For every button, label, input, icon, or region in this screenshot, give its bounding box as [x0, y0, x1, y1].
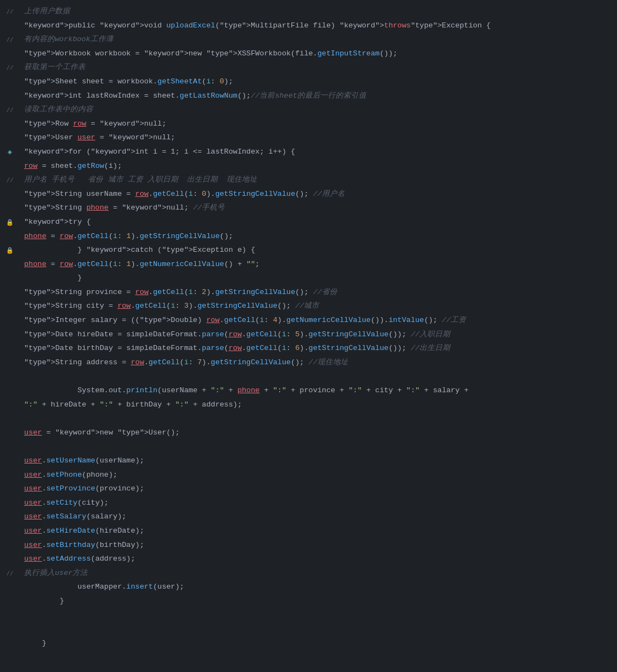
code-line-21: "type">String province = row.getCell(i: … [24, 285, 608, 300]
code-line-22: "type">String city = row.getCell(i: 3).g… [24, 299, 608, 313]
code-line-37: user.setSalary(salary); [24, 510, 608, 524]
code-line-6: "type">Sheet sheet = workbook.getSheetAt… [24, 75, 608, 89]
code-line-38: user.setHireDate(hireDate); [24, 524, 608, 538]
code-line-14: "type">String userName = row.getCell(i: … [24, 187, 608, 201]
gutter-icon-9 [0, 118, 20, 132]
gutter-icon-46 [0, 637, 20, 652]
code-line-27 [24, 369, 608, 383]
gutter-icon-13: // [0, 174, 20, 188]
gutter-icon-17 [0, 230, 20, 245]
code-line-29: ":" + hireDate + ":" + birthDay + ":" + … [24, 398, 608, 412]
code-line-46: } [24, 636, 608, 651]
code-line-25: "type">Date birthDay = simpleDateFormat.… [24, 341, 608, 355]
code-line-39: user.setBirthday(birthDay); [24, 538, 608, 552]
gutter-icon-43 [0, 595, 20, 609]
gutter-icon-5: // [0, 61, 20, 76]
code-line-31: user = "keyword">new "type">User(); [24, 426, 608, 440]
code-line-5: 获取第一个工作表 [24, 60, 608, 75]
gutter-icon-7 [0, 90, 20, 104]
gutter-icon-1: // [0, 5, 20, 20]
code-line-20: } [24, 271, 608, 285]
gutter-icon-2 [0, 20, 20, 34]
code-line-33: user.setUserName(userName); [24, 454, 608, 468]
gutter-icon-42 [0, 581, 20, 595]
gutter-icon-37 [0, 511, 20, 525]
code-line-3: 有内容的workbook工作薄 [24, 32, 608, 47]
gutter-icon-45 [0, 623, 20, 637]
code-line-32 [24, 439, 608, 454]
code-line-44 [24, 608, 608, 623]
code-line-18: } "keyword">catch ("type">Exception e) { [24, 243, 608, 257]
gutter-icon-28 [0, 385, 20, 399]
code-editor: ////////◈//🔒🔒// 上传用户数据 "keyword">public … [0, 0, 617, 672]
gutter-icon-39 [0, 539, 20, 554]
gutter-icon-12 [0, 160, 20, 174]
gutter-icon-15 [0, 202, 20, 216]
code-line-42: userMapper.insert(user); [24, 580, 608, 594]
gutter-icon-25 [0, 342, 20, 357]
code-line-11: "keyword">for ("keyword">int i = 1; i <=… [24, 145, 608, 159]
gutter-icon-44 [0, 609, 20, 624]
code-line-45 [24, 622, 608, 636]
gutter-icon-10 [0, 132, 20, 146]
gutter-icon-3: // [0, 33, 20, 48]
gutter-icon-34 [0, 469, 20, 483]
gutter-icon-41: // [0, 567, 20, 581]
gutter-icon-24 [0, 329, 20, 343]
gutter-icon-8: // [0, 104, 20, 118]
gutter-icon-32 [0, 441, 20, 455]
gutter-icon-31 [0, 427, 20, 441]
code-line-17: phone = row.getCell(i: 1).getStringCellV… [24, 229, 608, 244]
gutter-icon-19 [0, 258, 20, 273]
gutter-icon-22 [0, 300, 20, 314]
gutter-icon-21 [0, 286, 20, 301]
code-line-26: "type">String address = row.getCell(i: 7… [24, 355, 608, 370]
gutter-icon-38 [0, 525, 20, 539]
code-line-23: "type">Integer salary = (("type">Double)… [24, 313, 608, 327]
code-line-15: "type">String phone = "keyword">null; //… [24, 201, 608, 215]
code-line-4: "type">Workbook workbook = "keyword">new… [24, 47, 608, 61]
code-line-10: "type">User user = "keyword">null; [24, 131, 608, 145]
code-line-28: System.out.println(userName + ":" + phon… [24, 383, 608, 398]
gutter-icon-29 [0, 399, 20, 413]
gutter-icon-27 [0, 370, 20, 385]
code-line-7: "keyword">int lastRowIndex = sheet.getLa… [24, 89, 608, 103]
code-line-36: user.setCity(city); [24, 496, 608, 510]
gutter-icon-30 [0, 413, 20, 427]
gutter-icon-11: ◈ [0, 146, 20, 160]
code-line-12: row = sheet.getRow(i); [24, 159, 608, 173]
gutter-icon-14 [0, 188, 20, 202]
code-line-30 [24, 411, 608, 426]
code-line-2: "keyword">public "keyword">void uploadEx… [24, 19, 608, 33]
code-line-35: user.setProvince(province); [24, 482, 608, 496]
gutter-icon-36 [0, 497, 20, 511]
code-line-41: 执行插入user方法 [24, 566, 608, 580]
gutter-icon-23 [0, 314, 20, 329]
code-line-19: phone = row.getCell(i: 1).getNumericCell… [24, 257, 608, 272]
gutter-icon-18: 🔒 [0, 244, 20, 258]
gutter-icon-20 [0, 272, 20, 286]
gutter-icon-26 [0, 357, 20, 371]
gutter-icon-40 [0, 553, 20, 567]
code-line-24: "type">Date hireDate = simpleDateFormat.… [24, 327, 608, 342]
gutter: ////////◈//🔒🔒// [0, 4, 20, 668]
code-line-13: 用户名 手机号 省份 城市 工资 入职日期 出生日期 现住地址 [24, 173, 608, 187]
gutter-icon-4 [0, 48, 20, 62]
code-line-8: 读取工作表中的内容 [24, 103, 608, 117]
code-line-16: "keyword">try { [24, 215, 608, 229]
code-line-9: "type">Row row = "keyword">null; [24, 117, 608, 131]
code-line-43: } [24, 594, 608, 608]
code-line-40: user.setAddress(address); [24, 552, 608, 566]
code-line-1: 上传用户数据 [24, 4, 608, 19]
gutter-icon-33 [0, 455, 20, 469]
code-line-34: user.setPhone(phone); [24, 468, 608, 482]
gutter-icon-6 [0, 76, 20, 90]
gutter-icon-16: 🔒 [0, 216, 20, 230]
code-lines: 上传用户数据 "keyword">public "keyword">void u… [20, 4, 617, 668]
gutter-icon-35 [0, 483, 20, 497]
